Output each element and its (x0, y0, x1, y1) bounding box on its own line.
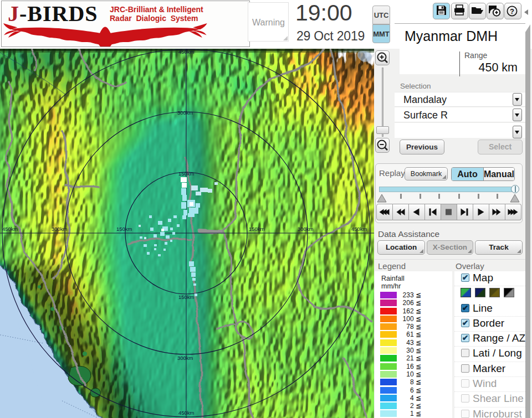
svg-text:150km: 150km (178, 294, 195, 300)
svg-text:450km: 450km (2, 226, 18, 232)
svg-text:300km: 300km (177, 355, 193, 361)
svg-text:150km: 150km (249, 226, 265, 232)
svg-text:300km: 300km (298, 226, 314, 232)
svg-text:?: ? (510, 7, 514, 16)
svg-text:450km: 450km (178, 410, 195, 416)
svg-text:450km: 450km (178, 49, 195, 55)
svg-text:300km: 300km (52, 226, 68, 232)
svg-text:450km: 450km (351, 226, 367, 232)
svg-text:300km: 300km (177, 110, 193, 116)
svg-text:150km: 150km (178, 171, 195, 177)
svg-text:150km: 150km (116, 226, 132, 232)
